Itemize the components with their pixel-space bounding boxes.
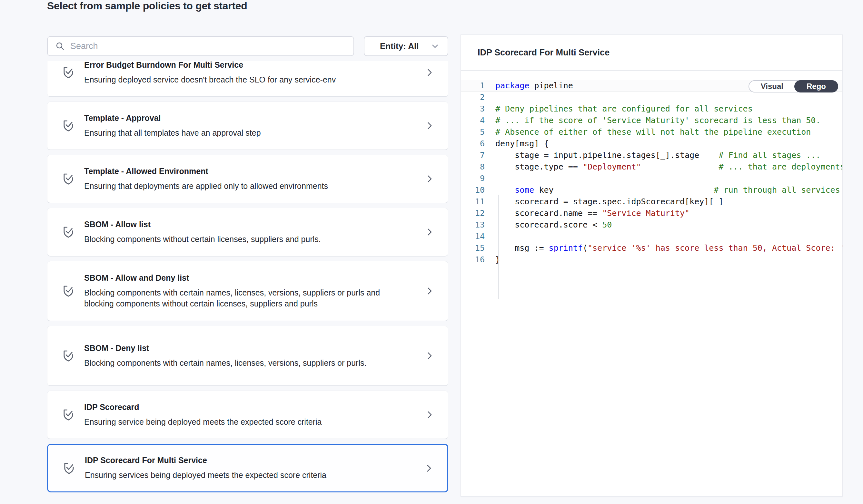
policy-preview-panel: IDP Scorecard For Multi Service Visual R… bbox=[461, 35, 843, 496]
line-number: 3 bbox=[461, 103, 485, 115]
search-input[interactable] bbox=[65, 37, 353, 55]
search-icon bbox=[55, 41, 65, 51]
chevron-right-icon[interactable] bbox=[425, 227, 434, 237]
code-line: 11 scorecard = stage.spec.idpScorecard[k… bbox=[461, 196, 842, 208]
policy-description: Ensuring service being deployed meets th… bbox=[84, 416, 387, 427]
search-box bbox=[47, 36, 354, 56]
code-line-content: # ... if the score of 'Service Maturity'… bbox=[495, 115, 821, 126]
policy-card[interactable]: Error Budget Burndown For Multi ServiceE… bbox=[47, 61, 448, 97]
chevron-right-icon[interactable] bbox=[425, 174, 434, 184]
policy-title: IDP Scorecard For Multi Service bbox=[85, 456, 424, 465]
policy-title: SBOM - Deny list bbox=[84, 344, 425, 353]
line-number: 10 bbox=[461, 184, 485, 196]
line-number: 5 bbox=[461, 126, 485, 138]
line-number: 16 bbox=[461, 254, 485, 266]
policy-description: Ensuring deployed service doesn't breach… bbox=[84, 74, 387, 85]
shield-check-icon bbox=[62, 171, 75, 186]
policy-card[interactable]: IDP ScorecardEnsuring service being depl… bbox=[47, 390, 448, 439]
shield-check-icon bbox=[62, 284, 75, 298]
policy-description: Blocking components with certain names, … bbox=[84, 287, 387, 309]
shield-check-icon bbox=[62, 118, 75, 133]
code-line: 6deny[msg] { bbox=[461, 138, 842, 150]
line-number: 9 bbox=[461, 173, 485, 184]
policy-title: IDP Scorecard bbox=[84, 402, 425, 412]
code-line-content: scorecard.score < 50 bbox=[495, 219, 612, 231]
policy-card[interactable]: SBOM - Deny listBlocking components with… bbox=[47, 326, 448, 386]
policy-title: SBOM - Allow and Deny list bbox=[84, 273, 425, 283]
code-line: 10 some key # run through all services bbox=[461, 184, 842, 196]
line-number: 8 bbox=[461, 161, 485, 173]
line-number: 14 bbox=[461, 231, 485, 242]
line-number: 7 bbox=[461, 150, 485, 161]
code-line-content: stage.type == "Deployment" # ... that ar… bbox=[495, 161, 843, 173]
policy-title: Template - Allowed Environment bbox=[84, 167, 425, 176]
code-line-content: scorecard = stage.spec.idpScorecard[key]… bbox=[495, 196, 723, 208]
page-title: Select from sample policies to get start… bbox=[47, 0, 247, 12]
shield-check-icon bbox=[62, 224, 75, 240]
chevron-right-icon[interactable] bbox=[425, 68, 434, 77]
code-line: 3# Deny pipelines that are configured fo… bbox=[461, 103, 842, 115]
entity-filter-dropdown[interactable]: Entity: All bbox=[364, 36, 448, 56]
policy-card[interactable]: SBOM - Allow and Deny listBlocking compo… bbox=[47, 261, 448, 321]
code-line: 2 bbox=[461, 91, 842, 103]
code-line-content: # Absence of either of these will not ha… bbox=[495, 126, 811, 138]
shield-check-icon bbox=[62, 65, 75, 80]
code-editor[interactable]: 1package pipeline23# Deny pipelines that… bbox=[461, 80, 842, 496]
code-line: 14 bbox=[461, 231, 842, 242]
code-line: 7 stage = input.pipeline.stages[_].stage… bbox=[461, 150, 842, 161]
policy-description: Ensuring that deployments are applied on… bbox=[84, 180, 387, 191]
code-line-content: some key # run through all services bbox=[495, 184, 840, 196]
chevron-right-icon[interactable] bbox=[425, 121, 434, 130]
policy-title: Error Budget Burndown For Multi Service bbox=[84, 61, 425, 69]
line-number: 12 bbox=[461, 208, 485, 219]
code-lines: 1package pipeline23# Deny pipelines that… bbox=[461, 80, 842, 266]
chevron-right-icon[interactable] bbox=[425, 286, 434, 296]
line-number: 2 bbox=[461, 91, 485, 103]
policy-title: SBOM - Allow list bbox=[84, 220, 425, 229]
toggle-visual-button[interactable]: Visual bbox=[749, 81, 795, 92]
toggle-rego-button[interactable]: Rego bbox=[794, 80, 838, 92]
chevron-right-icon[interactable] bbox=[425, 410, 434, 419]
policy-samples-page: { "page": { "title": "Select from sample… bbox=[0, 0, 863, 504]
line-number: 11 bbox=[461, 196, 485, 208]
line-number: 4 bbox=[461, 115, 485, 126]
chevron-right-icon[interactable] bbox=[425, 351, 434, 361]
code-line: 8 stage.type == "Deployment" # ... that … bbox=[461, 161, 842, 173]
policy-card[interactable]: Template - Allowed EnvironmentEnsuring t… bbox=[47, 155, 448, 203]
line-number: 1 bbox=[461, 80, 485, 91]
line-number: 13 bbox=[461, 219, 485, 231]
code-line: 9 bbox=[461, 173, 842, 184]
code-line-content: deny[msg] { bbox=[495, 138, 549, 150]
panel-header: IDP Scorecard For Multi Service bbox=[461, 35, 842, 71]
policy-description: Ensuring that all templates have an appr… bbox=[84, 127, 387, 138]
entity-filter-value: Entity: All bbox=[380, 41, 430, 51]
code-line-content: package pipeline bbox=[495, 80, 573, 91]
policy-description: Blocking components with certain names, … bbox=[84, 357, 387, 368]
code-line: 15 msg := sprintf("service '%s' has scor… bbox=[461, 242, 842, 254]
shield-check-icon bbox=[62, 348, 75, 363]
panel-title: IDP Scorecard For Multi Service bbox=[478, 48, 610, 58]
chevron-right-icon[interactable] bbox=[424, 463, 434, 473]
code-line-content: # Deny pipelines that are configured for… bbox=[495, 103, 753, 115]
code-line-content: msg := sprintf("service '%s' has score l… bbox=[495, 242, 843, 254]
code-line-content: scorecard.name == "Service Maturity" bbox=[495, 208, 689, 219]
chevron-down-icon bbox=[430, 41, 440, 51]
policy-card[interactable]: SBOM - Allow listBlocking components wit… bbox=[47, 208, 448, 257]
policy-description: Ensuring services being deployed meets t… bbox=[85, 469, 388, 480]
line-number: 6 bbox=[461, 138, 485, 150]
policy-list[interactable]: Error Budget Burndown For Multi ServiceE… bbox=[47, 61, 448, 495]
policy-card[interactable]: Template - ApprovalEnsuring that all tem… bbox=[47, 102, 448, 150]
shield-check-icon bbox=[62, 407, 75, 422]
line-number: 15 bbox=[461, 242, 485, 254]
policy-card[interactable]: IDP Scorecard For Multi ServiceEnsuring … bbox=[47, 444, 448, 492]
code-line: 13 scorecard.score < 50 bbox=[461, 219, 842, 231]
indent-guide bbox=[498, 195, 499, 299]
code-line-content: stage = input.pipeline.stages[_].stage #… bbox=[495, 150, 821, 161]
shield-check-icon bbox=[62, 461, 76, 476]
code-line: 4# ... if the score of 'Service Maturity… bbox=[461, 115, 842, 126]
view-toggle: Visual Rego bbox=[749, 80, 838, 92]
policy-title: Template - Approval bbox=[84, 114, 425, 123]
code-line: 16} bbox=[461, 254, 842, 266]
code-line: 5# Absence of either of these will not h… bbox=[461, 126, 842, 138]
policy-description: Blocking components without certain lice… bbox=[84, 234, 387, 245]
